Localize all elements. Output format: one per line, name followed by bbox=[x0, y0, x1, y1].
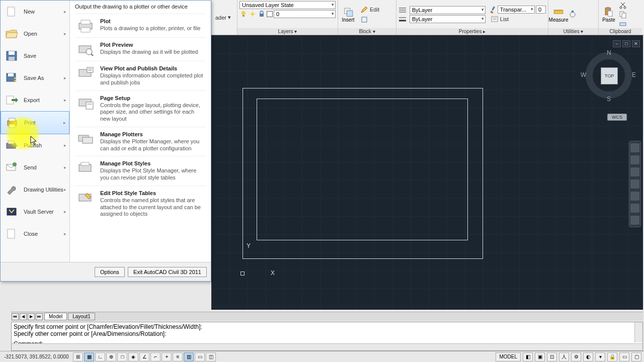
lightbulb-icon[interactable] bbox=[239, 10, 248, 18]
polar-toggle[interactable]: ⊕ bbox=[106, 352, 116, 361]
wcs-badge[interactable]: WCS bbox=[607, 114, 627, 121]
viewcube-n[interactable]: N bbox=[607, 49, 611, 56]
menu-send[interactable]: Send▸ bbox=[1, 156, 69, 178]
tab-nav-prev[interactable]: ◀ bbox=[20, 313, 27, 320]
otrack-toggle[interactable]: ∠ bbox=[139, 352, 149, 361]
lwt-toggle[interactable]: ≡ bbox=[173, 352, 183, 361]
group-properties[interactable]: Properties ▸ bbox=[396, 28, 548, 35]
group-utilities[interactable]: Utilities ▾ bbox=[548, 28, 598, 35]
close-viewport[interactable]: ✕ bbox=[632, 40, 640, 47]
grid-toggle[interactable]: ▦ bbox=[84, 352, 94, 361]
submenu-edit-styles[interactable]: Edit Plot Style TablesControls the named… bbox=[75, 186, 206, 222]
status-tool-6[interactable]: 🔒 bbox=[607, 352, 617, 361]
group-layers[interactable]: Layers ▾ bbox=[237, 28, 338, 35]
pan-icon[interactable] bbox=[630, 155, 639, 164]
measure-button[interactable]: Measure bbox=[550, 7, 567, 23]
paste-button[interactable]: Paste bbox=[601, 7, 617, 23]
status-tool-7[interactable]: ▭ bbox=[619, 352, 629, 361]
tab-layout1[interactable]: Layout1 bbox=[68, 313, 95, 320]
menu-drawing-utilities[interactable]: Drawing Utilities▸ bbox=[1, 178, 69, 201]
nav-more2-icon[interactable] bbox=[630, 216, 639, 225]
group-block[interactable]: Block ▾ bbox=[338, 28, 396, 35]
model-space-button[interactable]: MODEL bbox=[496, 352, 521, 361]
leader-dropdown[interactable]: ader ▾ bbox=[213, 14, 233, 21]
snap-toggle[interactable]: ⊞ bbox=[73, 352, 83, 361]
annotation-scale[interactable]: 人 bbox=[559, 352, 569, 361]
edit-block-button[interactable]: Edit bbox=[358, 5, 381, 14]
menu-save[interactable]: Save bbox=[1, 45, 69, 67]
utility-icon[interactable] bbox=[569, 11, 577, 19]
layer-color-swatch[interactable] bbox=[267, 11, 273, 17]
dyn-toggle[interactable]: + bbox=[162, 352, 172, 361]
status-tool-1[interactable]: ◧ bbox=[523, 352, 533, 361]
status-tool-3[interactable]: ⊡ bbox=[547, 352, 557, 361]
clean-screen[interactable]: ▢ bbox=[631, 352, 641, 361]
menu-export[interactable]: Export▸ bbox=[1, 89, 69, 111]
drawn-rectangle-inner[interactable] bbox=[257, 99, 468, 240]
osnap-toggle[interactable]: □ bbox=[117, 352, 127, 361]
list-button[interactable]: List bbox=[489, 15, 546, 24]
copy-icon[interactable] bbox=[619, 11, 627, 19]
viewcube-s[interactable]: S bbox=[607, 96, 611, 103]
tab-nav-next[interactable]: ▶ bbox=[28, 313, 35, 320]
status-tool-2[interactable]: ▣ bbox=[535, 352, 545, 361]
workspace-switch[interactable]: ▾ bbox=[595, 352, 605, 361]
menu-open[interactable]: Open▸ bbox=[1, 23, 69, 45]
minimize-viewport[interactable]: – bbox=[613, 40, 621, 47]
menu-saveas[interactable]: Save As▸ bbox=[1, 67, 69, 89]
menu-print[interactable]: Print▸ bbox=[1, 111, 69, 134]
lineweight-icon[interactable] bbox=[398, 15, 407, 23]
options-button[interactable]: Options bbox=[95, 267, 125, 277]
insert-button[interactable]: Insert bbox=[340, 7, 356, 23]
layer-state-dropdown[interactable]: Unsaved Layer State bbox=[239, 1, 336, 9]
exit-button[interactable]: Exit AutoCAD Civil 3D 2011 bbox=[128, 267, 207, 277]
command-line[interactable]: Specify first corner point or [Chamfer/E… bbox=[11, 322, 643, 351]
drawing-canvas[interactable]: – □ ✕ Y X TOP N S E W WCS bbox=[211, 35, 643, 310]
showmotion-icon[interactable] bbox=[630, 192, 639, 201]
tab-model[interactable]: Model bbox=[44, 313, 67, 320]
sc-toggle[interactable]: ◫ bbox=[206, 352, 216, 361]
sun-icon[interactable] bbox=[249, 10, 257, 18]
menu-new[interactable]: New▸ bbox=[1, 1, 69, 23]
nav-wheel-icon[interactable] bbox=[630, 143, 639, 152]
layer-dropdown[interactable]: 0 bbox=[274, 10, 336, 18]
viewcube-w[interactable]: W bbox=[581, 71, 586, 78]
submenu-manage-plotters[interactable]: Manage PlottersDisplays the Plotter Mana… bbox=[75, 127, 206, 156]
color-bylayer-dropdown[interactable]: ByLayer bbox=[410, 6, 486, 14]
cut-icon[interactable] bbox=[619, 2, 627, 10]
viewcube-top[interactable]: TOP bbox=[601, 67, 618, 84]
matchprop-icon[interactable] bbox=[619, 20, 627, 28]
submenu-plot-preview[interactable]: Plot PreviewDisplays the drawing as it w… bbox=[75, 37, 206, 61]
menu-vault-server[interactable]: Vault Server▸ bbox=[1, 201, 69, 223]
submenu-plot[interactable]: PlotPlots a drawing to a plotter, printe… bbox=[75, 14, 206, 37]
submenu-manage-styles[interactable]: Manage Plot StylesDisplays the Plot Styl… bbox=[75, 156, 206, 186]
nav-more-icon[interactable] bbox=[630, 204, 639, 213]
ducs-toggle[interactable]: ⌐ bbox=[150, 352, 160, 361]
brush-icon[interactable] bbox=[489, 6, 497, 14]
status-tool-5[interactable]: ◐ bbox=[583, 352, 593, 361]
lineweight-bylayer-dropdown[interactable]: ByLayer bbox=[410, 15, 486, 23]
viewcube-e[interactable]: E bbox=[632, 71, 636, 78]
maximize-viewport[interactable]: □ bbox=[622, 40, 630, 47]
lock-icon[interactable] bbox=[258, 10, 266, 18]
transparency-field[interactable]: Transpar... bbox=[498, 6, 535, 14]
orbit-icon[interactable] bbox=[630, 179, 639, 189]
submenu-view-details[interactable]: View Plot and Publish DetailsDisplays in… bbox=[75, 61, 206, 90]
status-tool-4[interactable]: ⚙ bbox=[571, 352, 581, 361]
cmd-scrollbar-v[interactable] bbox=[634, 322, 642, 342]
cmd-scrollbar-h[interactable] bbox=[12, 343, 642, 350]
qp-toggle[interactable]: ▭ bbox=[195, 352, 205, 361]
transparency-value[interactable]: 0 bbox=[536, 6, 546, 14]
3dosnap-toggle[interactable]: ◈ bbox=[128, 352, 138, 361]
block-tool2[interactable] bbox=[358, 15, 381, 24]
tab-nav-last[interactable]: ⏭ bbox=[36, 313, 43, 320]
tab-nav-first[interactable]: ⏮ bbox=[12, 313, 19, 320]
navigation-bar[interactable] bbox=[629, 141, 641, 227]
submenu-page-setup[interactable]: Page SetupControls the page layout, plot… bbox=[75, 90, 206, 127]
viewcube[interactable]: TOP N S E W bbox=[584, 50, 634, 101]
tpy-toggle[interactable]: ▥ bbox=[184, 352, 194, 361]
menu-close[interactable]: Close▸ bbox=[1, 223, 69, 245]
zoom-icon[interactable] bbox=[630, 167, 639, 176]
ortho-toggle[interactable]: ∟ bbox=[95, 352, 105, 361]
linetype-icon[interactable] bbox=[398, 6, 407, 14]
